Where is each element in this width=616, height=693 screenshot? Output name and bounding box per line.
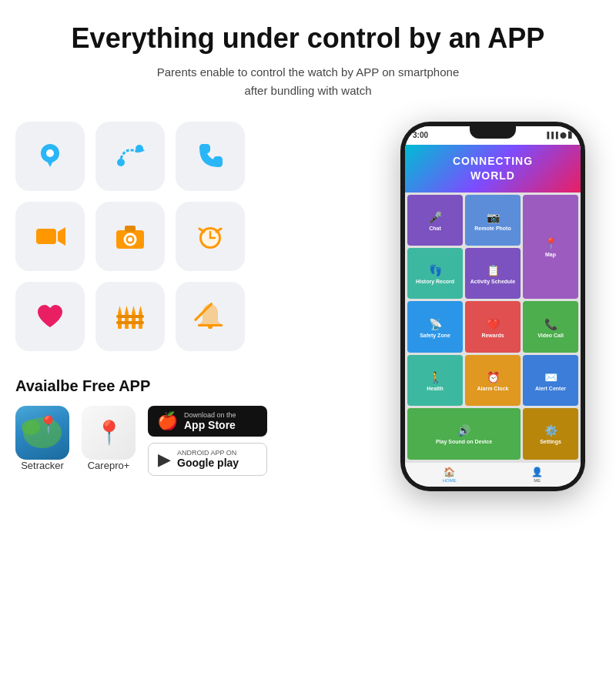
- phone-outer: 3:00 ▐▐▐ ⬤ ▊ CONNECTINGWORLD: [400, 122, 585, 491]
- svg-marker-2: [45, 158, 55, 167]
- me-nav-icon: 👤: [531, 467, 543, 477]
- carepro-icon: 📍: [82, 406, 136, 460]
- app-cell-rewards[interactable]: ❤️ Rewards: [465, 301, 521, 352]
- svg-marker-22: [118, 306, 122, 313]
- svg-point-1: [46, 149, 54, 157]
- map-label: Map: [545, 252, 556, 257]
- settings-icon: ⚙️: [544, 424, 557, 437]
- appstore-big-text: App Store: [184, 419, 236, 432]
- camera-icon-box: [95, 202, 165, 271]
- content-area: Avaialbe Free APP 📍 Setracker 📍: [15, 122, 601, 491]
- map-pin-icon: 📍: [38, 415, 59, 435]
- rewards-icon: ❤️: [487, 318, 500, 330]
- alarm-clock-icon-box: [176, 202, 245, 271]
- video-call-label: Video Call: [537, 333, 564, 338]
- free-app-section: Avaialbe Free APP 📍 Setracker 📍: [15, 373, 370, 477]
- app-downloads: 📍 Setracker 📍 Carepro+: [15, 406, 370, 477]
- page-subtitle: Parents enable to control the watch by A…: [157, 63, 459, 100]
- phone-bottom-nav: 🏠 HOME 👤 ME: [405, 462, 581, 487]
- alarm-label: Alarm Clock: [477, 386, 509, 391]
- app-function-grid: 🎤 Chat 📷 Remote Photo 📍 Map: [405, 192, 581, 462]
- app-header-banner: CONNECTINGWORLD: [405, 145, 581, 192]
- svg-rect-6: [36, 229, 56, 244]
- alert-label: Alert Center: [535, 386, 566, 391]
- phone-signal: ▐▐▐ ⬤ ▊: [545, 132, 573, 139]
- appstore-button[interactable]: 🍎 Download on the App Store: [148, 406, 267, 437]
- alarm-icon: ⏰: [487, 371, 500, 383]
- svg-rect-26: [116, 315, 144, 318]
- phone-status-bar: 3:00 ▐▐▐ ⬤ ▊: [405, 126, 581, 145]
- phone-mockup-container: 3:00 ▐▐▐ ⬤ ▊ CONNECTINGWORLD: [385, 122, 601, 491]
- app-cell-alarm[interactable]: ⏰ Alarm Clock: [465, 355, 521, 406]
- bell-off-icon-box: [176, 282, 245, 351]
- health-icon: 🚶: [429, 371, 442, 383]
- settings-label: Settings: [540, 439, 561, 444]
- carepro-label: Carepro+: [88, 460, 130, 471]
- page-container: Everything under control by an APP Paren…: [0, 0, 616, 693]
- svg-marker-24: [132, 306, 136, 313]
- remote-photo-icon: 📷: [487, 211, 500, 223]
- remote-photo-label: Remote Photo: [474, 226, 511, 231]
- fence-icon-box: [95, 282, 165, 351]
- svg-point-3: [117, 159, 125, 166]
- location-icon-box: [15, 122, 85, 191]
- chat-icon: 🎤: [429, 211, 442, 223]
- page-title: Everything under control by an APP: [72, 23, 545, 54]
- map-icon: 📍: [544, 237, 557, 249]
- heart-icon-box: [15, 282, 85, 351]
- health-label: Health: [427, 386, 443, 391]
- appstore-small-text: Download on the: [184, 411, 236, 419]
- free-app-label: Avaialbe Free APP: [15, 377, 370, 395]
- googleplay-big-text: Google play: [177, 457, 239, 470]
- phone-icon-box: [176, 122, 245, 191]
- home-nav-label: HOME: [443, 478, 457, 483]
- apple-icon: 🍎: [157, 411, 178, 431]
- setracker-icon: 📍: [15, 406, 69, 460]
- svg-line-16: [199, 229, 204, 232]
- nav-home[interactable]: 🏠 HOME: [443, 467, 457, 483]
- video-call-icon: 📞: [544, 318, 557, 330]
- app-cell-health[interactable]: 🚶 Health: [407, 355, 463, 406]
- store-buttons: 🍎 Download on the App Store ▶ ANDROID AP…: [148, 406, 267, 477]
- me-nav-label: ME: [534, 478, 541, 483]
- play-sound-label: Play Sound on Device: [436, 439, 492, 444]
- phone-notch: [470, 126, 516, 139]
- svg-point-11: [128, 237, 132, 242]
- app-cell-safety[interactable]: 📡 Safety Zone: [407, 301, 463, 352]
- googleplay-small-text: ANDROID APP ON: [177, 449, 239, 457]
- svg-rect-30: [208, 326, 213, 329]
- app-cell-remote-photo[interactable]: 📷 Remote Photo: [465, 195, 521, 246]
- home-nav-icon: 🏠: [444, 467, 455, 477]
- app-cell-chat[interactable]: 🎤 Chat: [407, 195, 463, 246]
- svg-rect-9: [125, 226, 136, 232]
- google-play-icon: ▶: [158, 450, 171, 470]
- app-cell-map[interactable]: 📍 Map: [523, 195, 578, 300]
- history-icon: 👣: [429, 264, 442, 276]
- phone-inner: 3:00 ▐▐▐ ⬤ ▊ CONNECTINGWORLD: [405, 126, 581, 487]
- phone-screen: CONNECTINGWORLD 🎤 Chat 📷 Remote P: [405, 145, 581, 487]
- app-cell-play-sound[interactable]: 🔊 Play Sound on Device: [407, 408, 521, 459]
- app-cell-video-call[interactable]: 📞 Video Call: [523, 301, 578, 352]
- app-cell-alert[interactable]: ✉️ Alert Center: [523, 355, 578, 406]
- app-cell-activity[interactable]: 📋 Activity Schedule: [465, 248, 521, 299]
- svg-rect-27: [116, 321, 144, 324]
- safety-label: Safety Zone: [420, 333, 450, 338]
- nav-me[interactable]: 👤 ME: [531, 467, 543, 483]
- app-cell-settings[interactable]: ⚙️ Settings: [523, 408, 578, 459]
- svg-marker-7: [58, 227, 65, 246]
- app-header-text: CONNECTINGWORLD: [453, 154, 533, 182]
- googleplay-button[interactable]: ▶ ANDROID APP ON Google play: [148, 443, 267, 476]
- setracker-label: Setracker: [21, 460, 64, 471]
- svg-marker-23: [125, 306, 129, 313]
- phone-time: 3:00: [413, 131, 428, 139]
- chat-label: Chat: [429, 226, 441, 231]
- left-panel: Avaialbe Free APP 📍 Setracker 📍: [15, 122, 370, 477]
- activity-icon: 📋: [487, 264, 500, 276]
- feature-icon-grid: [15, 122, 370, 351]
- route-icon-box: [95, 122, 165, 191]
- play-sound-icon: 🔊: [457, 424, 470, 437]
- video-icon-box: [15, 202, 85, 271]
- setracker-app: 📍 Setracker: [15, 406, 69, 471]
- app-cell-history[interactable]: 👣 History Record: [407, 248, 463, 299]
- activity-label: Activity Schedule: [470, 279, 515, 284]
